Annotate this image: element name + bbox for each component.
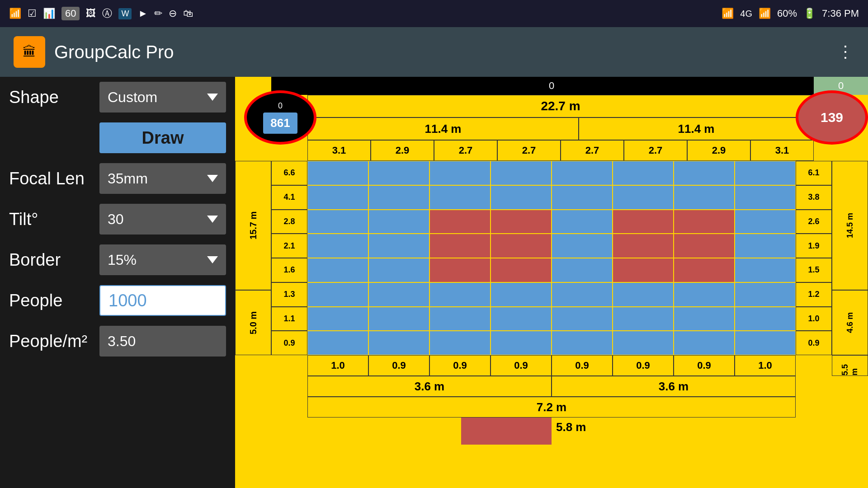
people-row: People 1000 (0, 280, 235, 321)
time-display: 7:36 PM (822, 8, 859, 19)
word-icon: W (118, 8, 132, 19)
stage-platform (461, 418, 552, 445)
people-density-row: People/m² 3.50 (0, 321, 235, 361)
tilt-label: Tilt° (9, 210, 99, 229)
wifi-icon: 📶 (9, 8, 21, 19)
app-header-left: 🏛 GroupCalc Pro (14, 36, 174, 68)
half-width-left: 11.4 m (307, 117, 579, 140)
top-right-zero: 0 (838, 80, 844, 92)
checkbox-icon: ☑ (28, 8, 37, 19)
right-side-labels: 14.5 m 4.6 m (832, 161, 868, 355)
battery-label: 60% (777, 8, 797, 19)
circle-a-icon: Ⓐ (102, 7, 112, 20)
shape-label: Shape (9, 88, 99, 107)
bottom-left-3-6m: 3.6 m (307, 376, 552, 397)
shape-value[interactable]: Custom (99, 82, 226, 113)
main-grid (307, 161, 796, 355)
status-bar: 📶 ☑ 📊 60 🖼 Ⓐ W ► ✏ ⊖ 🛍 📶 4G 📶 60% 🔋 7:36… (0, 0, 868, 27)
total-width-label: 22.7 m (307, 95, 814, 117)
side-5-5m: 5.5 m (832, 355, 868, 376)
pencil-icon: ✏ (154, 8, 162, 19)
bottom-right-3-6m: 3.6 m (552, 376, 796, 397)
focal-len-label: Focal Len (9, 169, 99, 188)
left-row-values: 6.6 4.1 2.8 2.1 1.6 1.3 1.1 0.9 (271, 161, 307, 355)
stage-width-label: 5.8 m (556, 420, 586, 434)
border-value[interactable]: 15% (99, 244, 226, 275)
focal-len-row: Focal Len 35mm (0, 158, 235, 199)
app-icon: 🏛 (14, 36, 45, 68)
timer-icon: 60 (61, 7, 80, 20)
bottom-7-2m: 7.2 m (307, 397, 796, 418)
tilt-dropdown-arrow (207, 216, 218, 223)
grid-area: 0 0 22.7 m 0 861 139 11.4 m 11.4 m (235, 77, 868, 488)
main-content: Shape Custom Draw Focal Len 35mm Tilt° 3… (0, 77, 868, 488)
shape-row: Shape Custom (0, 77, 235, 117)
top-zero-value: 0 (549, 80, 554, 92)
bottom-col-values-row: 1.0 0.9 0.9 0.9 0.9 0.9 0.9 1.0 (307, 355, 796, 376)
app-header: 🏛 GroupCalc Pro ⋮ (0, 27, 868, 77)
signal-icon: 📶 (759, 8, 771, 19)
chart-icon: 📊 (43, 8, 55, 19)
battery-icon: 🔋 (803, 8, 816, 19)
bluetooth-icon: 📶 (722, 8, 734, 19)
play-icon: ► (138, 8, 148, 19)
app-title: GroupCalc Pro (54, 42, 174, 62)
people-input[interactable]: 1000 (99, 285, 226, 316)
people-density-value: 3.50 (99, 326, 226, 357)
tilt-row: Tilt° 30 (0, 199, 235, 239)
left-panel: Shape Custom Draw Focal Len 35mm Tilt° 3… (0, 77, 235, 488)
draw-row: Draw (0, 117, 235, 158)
minus-circle-icon: ⊖ (169, 8, 177, 19)
status-icons-right: 📶 4G 📶 60% 🔋 7:36 PM (722, 8, 859, 19)
status-icons-left: 📶 ☑ 📊 60 🖼 Ⓐ W ► ✏ ⊖ 🛍 (9, 7, 193, 20)
half-width-right: 11.4 m (579, 117, 814, 140)
network-label: 4G (740, 9, 752, 19)
circle-861-badge: 861 (263, 113, 297, 134)
top-strip: 0 (271, 77, 832, 95)
menu-button[interactable]: ⋮ (837, 42, 854, 61)
right-row-values: 6.1 3.8 2.6 1.9 1.5 1.2 1.0 0.9 (796, 161, 832, 355)
border-label: Border (9, 250, 99, 270)
image-icon: 🖼 (86, 8, 96, 19)
bag-icon: 🛍 (183, 8, 193, 19)
focal-len-value[interactable]: 35mm (99, 163, 226, 194)
tilt-value[interactable]: 30 (99, 204, 226, 235)
people-label: People (9, 291, 99, 310)
focal-len-dropdown-arrow (207, 175, 218, 182)
right-circle-annotation: 139 (796, 90, 868, 145)
left-circle-annotation: 0 861 (244, 90, 316, 145)
col-widths-row: 3.1 2.9 2.7 2.7 2.7 2.7 2.9 3.1 (307, 140, 814, 161)
border-dropdown-arrow (207, 256, 218, 263)
border-row: Border 15% (0, 239, 235, 280)
shape-dropdown-arrow (207, 94, 218, 101)
left-side-labels: 15.7 m 5.0 m (235, 161, 271, 355)
draw-button[interactable]: Draw (99, 122, 226, 153)
people-density-label: People/m² (9, 332, 99, 351)
